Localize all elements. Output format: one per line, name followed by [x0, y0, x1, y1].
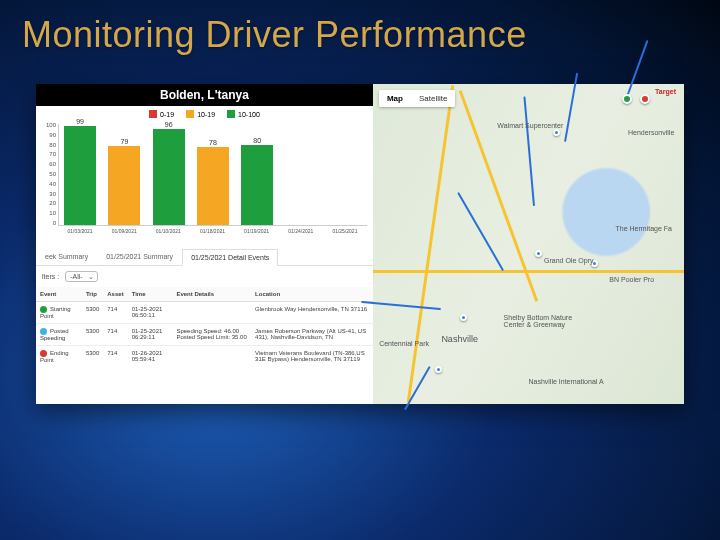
cell: 5300	[82, 346, 103, 368]
cell: 01-25-2021 06:29:11	[128, 324, 173, 346]
cell: Ending Point	[36, 346, 82, 368]
bar-value: 80	[253, 137, 261, 144]
map-label: Grand Ole Opry	[544, 257, 593, 264]
legend-swatch	[186, 110, 194, 118]
x-tick: 01/18/2021	[190, 228, 234, 242]
table-row[interactable]: Posted Speeding530071401-25-2021 06:29:1…	[36, 324, 373, 346]
tab[interactable]: 01/25/2021 Summary	[97, 248, 182, 265]
filter-dropdown[interactable]: -All- ⌄	[65, 271, 97, 282]
y-tick: 70	[38, 151, 56, 157]
y-tick: 20	[38, 200, 56, 206]
cell: 714	[103, 324, 127, 346]
x-tick: 01/10/2021	[146, 228, 190, 242]
tab[interactable]: eek Summary	[36, 248, 97, 265]
cell: 5300	[82, 302, 103, 324]
x-tick: 01/24/2021	[279, 228, 323, 242]
column-header[interactable]: Time	[128, 287, 173, 302]
bar-value: 99	[76, 118, 84, 125]
cell	[172, 302, 251, 324]
map-button-map[interactable]: Map	[379, 90, 411, 107]
map-button-satellite[interactable]: Satellite	[411, 90, 455, 107]
bar-rect	[241, 145, 273, 225]
map-type-controls: Map Satellite	[379, 90, 455, 107]
filter-selected: -All-	[70, 273, 82, 280]
left-column: Bolden, L'tanya 0-19 10-19 10-100 100908…	[36, 84, 373, 404]
y-tick: 80	[38, 142, 56, 148]
cell: Starting Point	[36, 302, 82, 324]
y-tick: 50	[38, 171, 56, 177]
x-axis: 01/03/202101/09/202101/10/202101/18/2021…	[58, 228, 367, 242]
table-row[interactable]: Starting Point530071401-25-2021 06:50:11…	[36, 302, 373, 324]
bar-value: 78	[209, 139, 217, 146]
y-tick: 40	[38, 181, 56, 187]
map-panel[interactable]: Map Satellite Target Walmart Supercenter…	[373, 84, 684, 404]
target-label: Target	[655, 88, 676, 95]
y-tick: 100	[38, 122, 56, 128]
legend-item: 10-19	[186, 110, 215, 118]
cell: 714	[103, 346, 127, 368]
map-label: Hendersonville	[628, 129, 674, 136]
x-tick: 01/03/2021	[58, 228, 102, 242]
x-tick: 01/09/2021	[102, 228, 146, 242]
bar[interactable]: 96	[153, 121, 185, 225]
map-pin-event[interactable]	[435, 366, 442, 373]
map-label: Nashville International A	[528, 378, 603, 385]
bar[interactable]: 79	[108, 138, 140, 225]
bar-rect	[108, 146, 140, 225]
legend-item: 0-19	[149, 110, 174, 118]
cell: 5300	[82, 324, 103, 346]
column-header[interactable]: Event	[36, 287, 82, 302]
map-label-city: Nashville	[441, 334, 478, 344]
legend-label: 0-19	[160, 111, 174, 118]
event-dot-icon	[40, 328, 47, 335]
table-body: Starting Point530071401-25-2021 06:50:11…	[36, 302, 373, 368]
cell: Posted Speeding	[36, 324, 82, 346]
road	[373, 270, 684, 273]
legend-item: 10-100	[227, 110, 260, 118]
y-tick: 30	[38, 191, 56, 197]
bar[interactable]: 99	[64, 118, 96, 225]
table-header-row: EventTripAssetTimeEvent DetailsLocation	[36, 287, 373, 302]
y-axis: 1009080706050403020100	[38, 122, 56, 226]
event-dot-icon	[40, 350, 47, 357]
table-row[interactable]: Ending Point530071401-26-2021 05:59:41Vi…	[36, 346, 373, 368]
cell	[172, 346, 251, 368]
bar-value: 79	[120, 138, 128, 145]
bar-chart: 1009080706050403020100 9979967880 01/03/…	[36, 122, 373, 242]
cell: 714	[103, 302, 127, 324]
cell: Vietnam Veterans Boulevard (TN-386,US 31…	[251, 346, 373, 368]
chart-title: Bolden, L'tanya	[36, 84, 373, 106]
x-tick: 01/25/2021	[323, 228, 367, 242]
map-label: BN Pooler Pro	[609, 276, 654, 283]
bar[interactable]: 80	[241, 137, 273, 225]
dashboard-panel: Bolden, L'tanya 0-19 10-19 10-100 100908…	[36, 84, 684, 404]
map-label: Centennial Park	[379, 340, 429, 347]
y-tick: 10	[38, 210, 56, 216]
map-label: Walmart Supercenter	[497, 122, 563, 129]
bar[interactable]: 78	[197, 139, 229, 225]
legend-swatch	[227, 110, 235, 118]
tab[interactable]: 01/25/2021 Detail Events	[182, 249, 278, 266]
y-tick: 90	[38, 132, 56, 138]
bar-value: 96	[165, 121, 173, 128]
bar-rect	[153, 129, 185, 225]
map-pin-start[interactable]	[622, 94, 632, 104]
column-header[interactable]: Location	[251, 287, 373, 302]
y-tick: 0	[38, 220, 56, 226]
filter-label: lters :	[42, 273, 59, 280]
cell: Speeding Speed: 46.00 Posted Speed Limit…	[172, 324, 251, 346]
column-header[interactable]: Trip	[82, 287, 103, 302]
filter-row: lters : -All- ⌄	[36, 266, 373, 287]
cell: James Roberson Parkway (Alt US-41, US 43…	[251, 324, 373, 346]
events-table: EventTripAssetTimeEvent DetailsLocation …	[36, 287, 373, 367]
column-header[interactable]: Asset	[103, 287, 127, 302]
cell: 01-25-2021 06:50:11	[128, 302, 173, 324]
x-tick: 01/19/2021	[235, 228, 279, 242]
event-dot-icon	[40, 306, 47, 313]
tabs: eek Summary01/25/2021 Summary01/25/2021 …	[36, 248, 373, 266]
chart-plot: 9979967880	[58, 124, 367, 226]
cell: 01-26-2021 05:59:41	[128, 346, 173, 368]
column-header[interactable]: Event Details	[172, 287, 251, 302]
cell: Glenbrook Way Hendersonville, TN 37116	[251, 302, 373, 324]
legend-swatch	[149, 110, 157, 118]
